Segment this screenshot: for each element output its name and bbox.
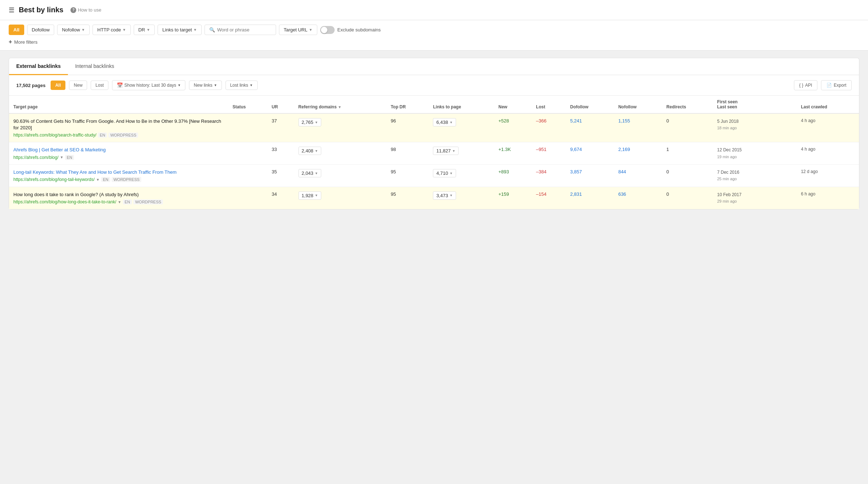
ref-domains-btn[interactable]: 1,928 ▼: [298, 191, 321, 200]
page-title-link[interactable]: 90.63% of Content Gets No Traffic From G…: [13, 118, 224, 131]
exclude-subdomains-toggle-container: Exclude subdomains: [320, 26, 381, 34]
col-lost: Lost: [532, 96, 566, 113]
new-cell: +159: [494, 187, 532, 209]
links-to-page-btn[interactable]: 3,473 ▼: [433, 191, 456, 200]
show-history-btn[interactable]: 📅 Show history: Last 30 days ▼: [112, 80, 185, 90]
export-btn[interactable]: 📄 Export: [821, 80, 852, 90]
url-dropdown-icon[interactable]: ▼: [118, 200, 121, 204]
col-last-crawled: Last crawled: [796, 96, 859, 113]
lost-cell: –951: [532, 142, 566, 165]
url-row: https://ahrefs.com/blog/long-tail-keywor…: [13, 177, 224, 182]
lost-view-btn[interactable]: Lost: [91, 81, 108, 90]
links-to-target-filter-btn[interactable]: Links to target ▼: [158, 25, 202, 35]
help-text: How to use: [78, 7, 101, 13]
redirects-cell: 0: [662, 165, 713, 187]
lost-cell: –384: [532, 165, 566, 187]
ref-domains-btn[interactable]: 2,043 ▼: [298, 169, 321, 177]
platform-tag: WORDPRESS: [108, 133, 138, 138]
new-cell: +1.3K: [494, 142, 532, 165]
col-referring-domains[interactable]: Referring domains ▼: [294, 96, 387, 113]
url-row: https://ahrefs.com/blog/ ▼ EN: [13, 155, 224, 160]
more-filters-label: More filters: [14, 39, 37, 45]
target-url-filter-btn[interactable]: Target URL ▼: [279, 25, 317, 35]
api-btn[interactable]: { } API: [794, 80, 818, 90]
url-row: https://ahrefs.com/blog/search-traffic-s…: [13, 133, 224, 138]
ref-domains-btn[interactable]: 2,408 ▼: [298, 147, 321, 155]
links-to-page-btn[interactable]: 4,710 ▼: [433, 169, 456, 177]
more-filters-row[interactable]: + More filters: [9, 39, 859, 45]
dofollow-cell: 9,674: [566, 142, 614, 165]
page-url[interactable]: https://ahrefs.com/blog/long-tail-keywor…: [13, 177, 95, 182]
last-seen-ago: 25 min ago: [717, 176, 792, 182]
help-icon: ?: [70, 7, 76, 13]
top-dr-cell: 95: [386, 187, 429, 209]
first-seen-date: 5 Jun 2018: [717, 118, 792, 125]
lang-tag: EN: [101, 177, 110, 182]
ur-cell: 33: [267, 142, 294, 165]
menu-icon[interactable]: ☰: [9, 6, 14, 14]
ref-domains-btn[interactable]: 2,765 ▼: [298, 118, 321, 126]
last-crawled-cell: 4 h ago: [796, 142, 859, 165]
top-dr-cell: 98: [386, 142, 429, 165]
help-link[interactable]: ? How to use: [70, 7, 101, 13]
nofollow-filter-btn[interactable]: Nofollow ▼: [57, 25, 90, 35]
dr-filter-btn[interactable]: DR ▼: [134, 25, 155, 35]
tabs-container: External backlinks Internal backlinks: [9, 58, 859, 75]
page-url[interactable]: https://ahrefs.com/blog/: [13, 155, 59, 160]
dofollow-cell: 5,241: [566, 113, 614, 142]
status-cell: [228, 165, 267, 187]
links-to-page-cell: 4,710 ▼: [429, 165, 494, 187]
platform-tag: WORDPRESS: [133, 199, 163, 204]
links-to-page-cell: 6,438 ▼: [429, 113, 494, 142]
exclude-subdomains-toggle[interactable]: [320, 26, 335, 34]
lang-tag: EN: [123, 199, 132, 204]
export-icon: 📄: [826, 83, 832, 88]
new-links-btn[interactable]: New links ▼: [189, 81, 222, 90]
lost-links-btn[interactable]: Lost links ▼: [225, 81, 258, 90]
page-url[interactable]: https://ahrefs.com/blog/how-long-does-it…: [13, 199, 116, 204]
links-caret-icon: ▼: [450, 172, 453, 175]
col-ur: UR: [267, 96, 294, 113]
lost-cell: –366: [532, 113, 566, 142]
page-title-link[interactable]: How long does it take to rank in Google?…: [13, 191, 224, 198]
tab-external-backlinks[interactable]: External backlinks: [9, 58, 68, 75]
http-code-caret-icon: ▼: [123, 28, 126, 32]
ref-domains-sort-icon: ▼: [338, 105, 341, 109]
links-to-page-btn[interactable]: 6,438 ▼: [433, 118, 456, 126]
page-title-link[interactable]: Ahrefs Blog | Get Better at SEO & Market…: [13, 147, 224, 153]
url-dropdown-icon[interactable]: ▼: [96, 178, 100, 182]
links-to-page-cell: 11,827 ▼: [429, 142, 494, 165]
exclude-subdomains-label: Exclude subdomains: [338, 27, 381, 33]
top-dr-cell: 95: [386, 165, 429, 187]
pages-count: 17,502 pages: [16, 83, 46, 88]
links-to-page-btn[interactable]: 11,827 ▼: [433, 147, 459, 155]
ur-cell: 37: [267, 113, 294, 142]
search-input[interactable]: [217, 27, 271, 33]
new-view-btn[interactable]: New: [69, 81, 87, 90]
filters-bar: All Dofollow Nofollow ▼ HTTP code ▼ DR ▼…: [0, 20, 868, 51]
links-caret-icon: ▼: [452, 149, 455, 153]
page-title-link[interactable]: Long-tail Keywords: What They Are and Ho…: [13, 169, 224, 176]
table-row: 90.63% of Content Gets No Traffic From G…: [9, 113, 859, 142]
status-cell: [228, 142, 267, 165]
col-redirects: Redirects: [662, 96, 713, 113]
first-last-seen-cell: 7 Dec 2016 25 min ago: [713, 165, 796, 187]
table-container: 17,502 pages All New Lost 📅 Show history…: [9, 75, 859, 209]
last-seen-ago: 18 min ago: [717, 125, 792, 131]
http-code-filter-btn[interactable]: HTTP code ▼: [93, 25, 130, 35]
table-row: Long-tail Keywords: What They Are and Ho…: [9, 165, 859, 187]
top-bar: ☰ Best by links ? How to use: [0, 0, 868, 20]
redirects-cell: 0: [662, 187, 713, 209]
table-header-row: Target page Status UR Referring domains …: [9, 96, 859, 113]
all-filter-btn[interactable]: All: [9, 25, 24, 35]
first-seen-date: 12 Dec 2015: [717, 147, 792, 154]
tab-internal-backlinks[interactable]: Internal backlinks: [68, 58, 121, 75]
page-url[interactable]: https://ahrefs.com/blog/search-traffic-s…: [13, 133, 96, 138]
dofollow-filter-btn[interactable]: Dofollow: [27, 25, 55, 35]
nofollow-cell: 1,155: [614, 113, 662, 142]
last-seen-ago: 19 min ago: [717, 154, 792, 160]
all-view-btn[interactable]: All: [51, 81, 65, 90]
toggle-knob: [321, 27, 327, 33]
table-row: Ahrefs Blog | Get Better at SEO & Market…: [9, 142, 859, 165]
url-dropdown-icon[interactable]: ▼: [60, 155, 64, 159]
